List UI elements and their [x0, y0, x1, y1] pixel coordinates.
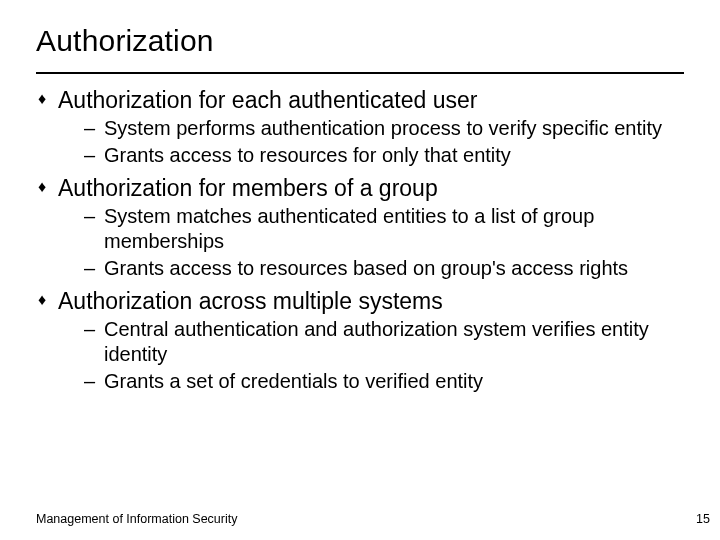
dash-icon: –	[84, 143, 104, 168]
slide-number: 15	[696, 512, 710, 526]
footer-text: Management of Information Security	[36, 512, 238, 526]
sub-item: – System performs authentication process…	[84, 116, 684, 141]
content: ♦ Authorization for each authenticated u…	[36, 86, 684, 394]
sub-item: – Grants access to resources based on gr…	[84, 256, 684, 281]
bullet-text: Authorization for members of a group	[58, 174, 438, 202]
sub-list: – System performs authentication process…	[84, 116, 684, 168]
sub-list: – Central authentication and authorizati…	[84, 317, 684, 394]
bullet-text: Authorization for each authenticated use…	[58, 86, 477, 114]
sub-list: – System matches authenticated entities …	[84, 204, 684, 281]
sub-text: Central authentication and authorization…	[104, 317, 684, 367]
sub-text: Grants access to resources based on grou…	[104, 256, 628, 281]
bullet-text: Authorization across multiple systems	[58, 287, 443, 315]
sub-text: System performs authentication process t…	[104, 116, 662, 141]
sub-item: – Central authentication and authorizati…	[84, 317, 684, 367]
sub-item: – System matches authenticated entities …	[84, 204, 684, 254]
sub-item: – Grants access to resources for only th…	[84, 143, 684, 168]
bullet-item: ♦ Authorization for each authenticated u…	[38, 86, 684, 114]
bullet-item: ♦ Authorization for members of a group	[38, 174, 684, 202]
diamond-icon: ♦	[38, 174, 58, 200]
diamond-icon: ♦	[38, 86, 58, 112]
sub-text: Grants access to resources for only that…	[104, 143, 511, 168]
bullet-item: ♦ Authorization across multiple systems	[38, 287, 684, 315]
slide-title: Authorization	[36, 24, 684, 58]
title-rule	[36, 72, 684, 74]
slide: Authorization ♦ Authorization for each a…	[0, 0, 720, 540]
diamond-icon: ♦	[38, 287, 58, 313]
dash-icon: –	[84, 116, 104, 141]
dash-icon: –	[84, 256, 104, 281]
dash-icon: –	[84, 204, 104, 229]
sub-text: Grants a set of credentials to verified …	[104, 369, 483, 394]
dash-icon: –	[84, 369, 104, 394]
sub-text: System matches authenticated entities to…	[104, 204, 684, 254]
sub-item: – Grants a set of credentials to verifie…	[84, 369, 684, 394]
dash-icon: –	[84, 317, 104, 342]
